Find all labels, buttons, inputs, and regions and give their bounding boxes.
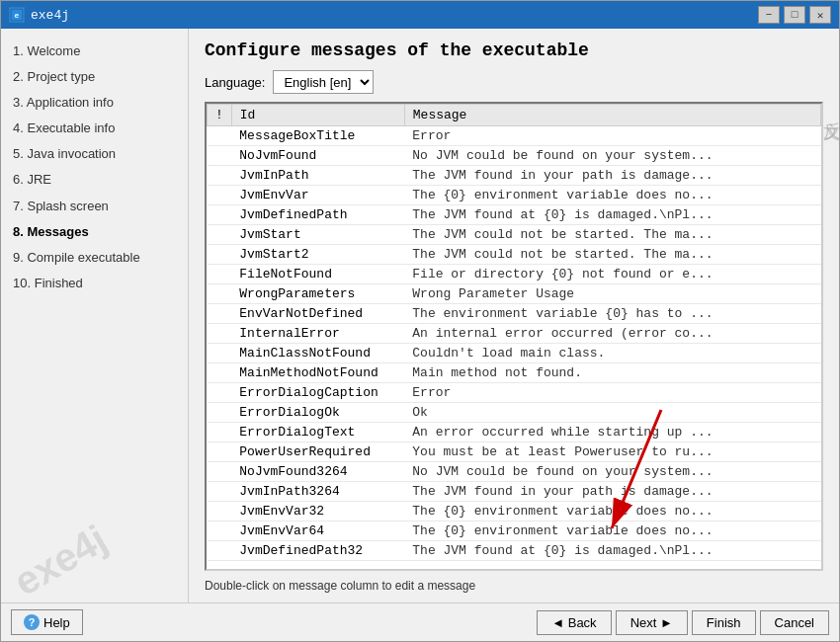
table-row[interactable]: JvmEnvVar The {0} environment variable d… <box>208 186 821 205</box>
table-row[interactable]: JvmEnvVar64 The {0} environment variable… <box>208 522 821 541</box>
table-row[interactable]: JvmInPath The JVM found in your path is … <box>208 166 821 186</box>
help-icon: ? <box>24 614 40 630</box>
table-row[interactable]: JvmStart2 The JVM could not be started. … <box>208 245 821 265</box>
table-row[interactable]: InternalError An internal error occurred… <box>208 324 821 344</box>
cell-exclamation <box>208 265 232 284</box>
sidebar-item-finished[interactable]: 10. Finished <box>9 271 180 296</box>
cell-id: FileNotFound <box>231 265 404 284</box>
cell-message: The {0} environment variable does no... <box>404 502 820 522</box>
cell-id: JvmEnvVar32 <box>231 502 404 522</box>
sidebar-item-java-invocation[interactable]: 5. Java invocation <box>9 141 180 167</box>
title-bar-left: e exe4j <box>9 7 69 23</box>
cell-id: MainClassNotFound <box>231 344 404 363</box>
table-row[interactable]: JvmStart The JVM could not be started. T… <box>208 225 821 245</box>
cell-message: The JVM found at {0} is damaged.\nPl... <box>404 541 820 561</box>
table-row[interactable]: ErrorDialogOk Ok <box>208 403 821 423</box>
cell-message: The JVM found at {0} is damaged.\nPl... <box>404 205 820 225</box>
status-text: Double-click on message column to edit a… <box>205 579 475 593</box>
cell-id: NoJvmFound3264 <box>231 462 404 482</box>
cell-exclamation <box>208 186 232 205</box>
cell-message: The JVM could not be started. The ma... <box>404 245 820 265</box>
main-panel: Configure messages of the executable Lan… <box>189 29 839 602</box>
cell-message: Wrong Parameter Usage <box>404 284 820 304</box>
cell-message: The JVM could not be started. The ma... <box>404 225 820 245</box>
table-row[interactable]: JvmEnvVar32 The {0} environment variable… <box>208 502 821 522</box>
next-button[interactable]: Next ► <box>616 610 688 635</box>
cell-exclamation <box>208 522 232 541</box>
sidebar-item-messages[interactable]: 8. Messages <box>9 219 180 245</box>
cell-exclamation <box>208 541 232 561</box>
sidebar-item-application-info[interactable]: 3. Application info <box>9 90 180 116</box>
cell-message: The environment variable {0} has to ... <box>404 304 820 324</box>
cell-message: You must be at least Poweruser to ru... <box>404 442 820 462</box>
cell-id: MessageBoxTitle <box>231 126 404 146</box>
table-row[interactable]: PowerUserRequired You must be at least P… <box>208 442 821 462</box>
help-button[interactable]: ? Help <box>11 609 83 635</box>
cell-exclamation <box>208 442 232 462</box>
table-row[interactable]: ErrorDialogCaption Error <box>208 383 821 403</box>
cell-message: No JVM could be found on your system... <box>404 146 820 166</box>
cell-id: JvmStart <box>231 225 404 245</box>
main-window: e exe4j − □ ✕ 1. Welcome 2. Project type… <box>0 0 840 642</box>
cell-id: JvmInPath3264 <box>231 482 404 502</box>
finish-button[interactable]: Finish <box>692 610 756 635</box>
cell-id: NoJvmFound <box>231 146 404 166</box>
cell-id: InternalError <box>231 324 404 344</box>
cell-exclamation <box>208 146 232 166</box>
cell-exclamation <box>208 126 232 146</box>
cell-id: EnvVarNotDefined <box>231 304 404 324</box>
table-row[interactable]: NoJvmFound No JVM could be found on your… <box>208 146 821 166</box>
close-button[interactable]: ✕ <box>809 6 831 24</box>
table-scroll[interactable]: ! Id Message MessageBoxTitle Error NoJvm… <box>207 104 821 569</box>
minimize-button[interactable]: − <box>758 6 780 24</box>
table-header-row: ! Id Message <box>208 105 821 126</box>
sidebar-item-jre[interactable]: 6. JRE <box>9 167 180 193</box>
cell-message: Ok <box>404 403 820 423</box>
cell-id: ErrorDialogOk <box>231 403 404 423</box>
cell-message: File or directory {0} not found or e... <box>404 265 820 284</box>
sidebar-item-compile[interactable]: 9. Compile executable <box>9 245 180 271</box>
nav-buttons: ◄ Back Next ► Finish Cancel <box>537 610 829 635</box>
cell-message: Error <box>404 126 820 146</box>
table-row[interactable]: JvmDefinedPath32 The JVM found at {0} is… <box>208 541 821 561</box>
sidebar-watermark: exe4j <box>6 517 114 602</box>
app-icon: e <box>9 7 25 23</box>
cell-message: The {0} environment variable does no... <box>404 186 820 205</box>
cell-exclamation <box>208 423 232 442</box>
cell-exclamation <box>208 166 232 186</box>
cell-exclamation <box>208 324 232 344</box>
maximize-button[interactable]: □ <box>784 6 805 24</box>
table-row[interactable]: WrongParameters Wrong Parameter Usage <box>208 284 821 304</box>
cell-id: JvmEnvVar <box>231 186 404 205</box>
bottom-bar: ? Help ◄ Back Next ► Finish Cancel <box>1 602 839 641</box>
sidebar-item-executable-info[interactable]: 4. Executable info <box>9 116 180 141</box>
cell-id: JvmStart2 <box>231 245 404 265</box>
table-row[interactable]: NoJvmFound3264 No JVM could be found on … <box>208 462 821 482</box>
cell-id: JvmDefinedPath <box>231 205 404 225</box>
language-select[interactable]: English [en] <box>273 70 374 94</box>
cell-exclamation <box>208 502 232 522</box>
sidebar-item-welcome[interactable]: 1. Welcome <box>9 39 180 64</box>
cell-id: JvmEnvVar64 <box>231 522 404 541</box>
cell-exclamation <box>208 284 232 304</box>
cell-id: ErrorDialogText <box>231 423 404 442</box>
svg-text:e: e <box>15 11 20 20</box>
window-title: exe4j <box>31 8 69 23</box>
cell-message: The {0} environment variable does no... <box>404 522 820 541</box>
page-title: Configure messages of the executable <box>205 40 823 60</box>
table-row[interactable]: ErrorDialogText An error occurred while … <box>208 423 821 442</box>
cell-exclamation <box>208 403 232 423</box>
sidebar-item-project-type[interactable]: 2. Project type <box>9 64 180 90</box>
table-row[interactable]: MainClassNotFound Couldn't load main cla… <box>208 344 821 363</box>
sidebar-item-splash-screen[interactable]: 7. Splash screen <box>9 194 180 219</box>
table-row[interactable]: JvmDefinedPath The JVM found at {0} is d… <box>208 205 821 225</box>
table-row[interactable]: MessageBoxTitle Error <box>208 126 821 146</box>
back-button[interactable]: ◄ Back <box>537 610 611 635</box>
table-body: MessageBoxTitle Error NoJvmFound No JVM … <box>208 126 821 561</box>
table-row[interactable]: FileNotFound File or directory {0} not f… <box>208 265 821 284</box>
table-row[interactable]: MainMethodNotFound Main method not found… <box>208 363 821 383</box>
table-row[interactable]: JvmInPath3264 The JVM found in your path… <box>208 482 821 502</box>
help-label: Help <box>43 615 70 630</box>
cancel-button[interactable]: Cancel <box>760 610 829 635</box>
table-row[interactable]: EnvVarNotDefined The environment variabl… <box>208 304 821 324</box>
